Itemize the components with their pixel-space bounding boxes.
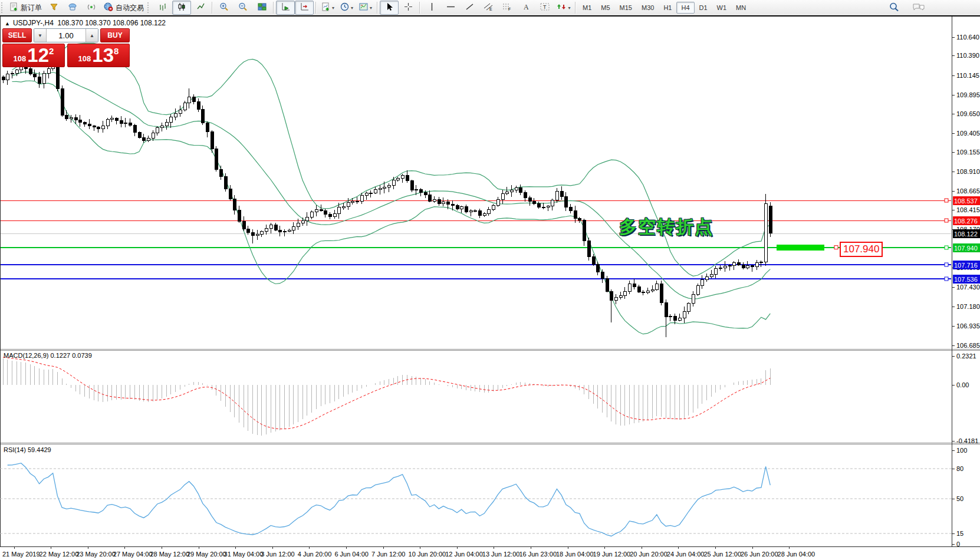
bid-price-big: 12 — [27, 45, 49, 66]
svg-text:10 Jun 20:00: 10 Jun 20:00 — [409, 551, 446, 558]
svg-text:106.685: 106.685 — [956, 342, 980, 349]
ask-price-button[interactable]: 108 13 8 — [67, 44, 130, 67]
line-chart-icon — [196, 2, 205, 13]
tab-timeframe-d1[interactable]: D1 — [695, 2, 712, 14]
templates-dropdown-arrow[interactable]: ▾ — [370, 5, 372, 11]
tab-timeframe-mn[interactable]: MN — [731, 2, 751, 14]
sell-button[interactable]: SELL — [2, 28, 32, 42]
bar-chart-button[interactable] — [153, 1, 172, 15]
svg-text:0.00: 0.00 — [956, 381, 969, 388]
chart-symbol-title: USDJPY-,H4 — [13, 19, 54, 27]
tab-timeframe-h4[interactable]: H4 — [676, 2, 694, 14]
crosshair-button[interactable] — [399, 1, 417, 15]
funnel-icon — [50, 2, 58, 13]
tab-timeframe-m30[interactable]: M30 — [637, 2, 659, 14]
svg-text:3 Jun 12:00: 3 Jun 12:00 — [261, 551, 295, 558]
collapse-panel-icon[interactable]: ▲ — [5, 21, 10, 27]
signals-button[interactable] — [82, 1, 101, 15]
indicators-icon — [321, 2, 330, 13]
trendline-icon — [465, 2, 474, 13]
market-watch-button[interactable] — [44, 1, 63, 15]
svg-text:0.2321: 0.2321 — [956, 353, 976, 360]
cursor-button[interactable] — [380, 1, 399, 15]
time-axis[interactable]: 21 May 201922 May 12:0023 May 20:0027 Ma… — [2, 546, 815, 558]
tab-timeframe-m1[interactable]: M1 — [578, 2, 596, 14]
new-order-button[interactable]: 新订单 — [7, 1, 44, 15]
toolbar-grip — [147, 2, 151, 13]
tile-windows-button[interactable] — [252, 1, 271, 15]
horizontal-line-icon — [446, 2, 455, 13]
horizontal-line-button[interactable] — [441, 1, 460, 15]
chart-annotation-text[interactable]: 多空转折点 — [619, 215, 713, 239]
svg-text:80: 80 — [956, 465, 963, 472]
chart-shift-button[interactable] — [295, 1, 314, 15]
svg-text:E: E — [489, 7, 492, 11]
channel-button[interactable]: E — [479, 1, 498, 15]
periods-button[interactable]: ▾ — [337, 1, 356, 15]
new-order-icon — [9, 2, 18, 13]
volume-decrease-button[interactable]: ▼ — [34, 29, 47, 42]
text-button[interactable]: A — [517, 1, 535, 15]
svg-text:0: 0 — [956, 541, 960, 548]
toolbar-grip — [1, 2, 5, 13]
arrows-icon — [557, 2, 566, 13]
svg-text:26 Jun 20:00: 26 Jun 20:00 — [741, 551, 778, 558]
bid-price-head: 108 — [14, 54, 27, 63]
line-chart-button[interactable] — [191, 1, 210, 15]
search-button[interactable] — [884, 1, 903, 15]
vertical-line-icon — [428, 2, 436, 13]
chat-button[interactable] — [909, 1, 928, 15]
candlestick-button[interactable] — [172, 1, 191, 15]
zoom-in-button[interactable] — [215, 1, 234, 15]
arrows-dropdown-arrow[interactable]: ▾ — [568, 5, 570, 11]
terminal-button[interactable] — [63, 1, 82, 15]
zoom-out-icon — [238, 2, 248, 13]
toolbar-separator — [419, 2, 420, 14]
ask-price-sup: 8 — [114, 46, 119, 56]
templates-icon — [359, 2, 368, 13]
toolbar-separator — [377, 2, 378, 14]
zoom-out-button[interactable] — [234, 1, 252, 15]
autotrade-button[interactable]: 自动交易 — [101, 1, 146, 15]
vertical-line-button[interactable] — [422, 1, 441, 15]
svg-text:15: 15 — [956, 530, 963, 537]
arrows-button[interactable]: ▾ — [554, 1, 573, 15]
buy-button[interactable]: BUY — [100, 28, 130, 42]
text-icon: A — [522, 2, 530, 13]
price-line-badge-108276: 108.276 — [953, 216, 980, 225]
chart-canvas[interactable]: 110.640110.390110.145109.895109.650109.4… — [0, 17, 980, 560]
svg-text:21 May 2019: 21 May 2019 — [2, 551, 40, 558]
svg-text:A: A — [524, 3, 529, 11]
svg-text:110.390: 110.390 — [956, 52, 979, 59]
chart-window[interactable]: 110.640110.390110.145109.895109.650109.4… — [0, 15, 980, 560]
price-axis[interactable]: 110.640110.390110.145109.895109.650109.4… — [952, 34, 980, 349]
tab-timeframe-w1[interactable]: W1 — [712, 2, 732, 14]
volume-increase-button[interactable]: ▲ — [85, 29, 98, 42]
svg-text:110.640: 110.640 — [956, 34, 979, 41]
periods-icon — [340, 2, 349, 13]
price-line-badge-107536: 107.536 — [953, 275, 980, 284]
volume-value[interactable]: 1.00 — [47, 29, 85, 42]
svg-text:106.935: 106.935 — [956, 322, 980, 330]
bid-price-button[interactable]: 108 12 2 — [2, 44, 65, 67]
templates-button[interactable]: ▾ — [356, 1, 375, 15]
tab-timeframe-h1[interactable]: H1 — [659, 2, 676, 14]
text-label-button[interactable]: T — [535, 1, 554, 15]
autotrade-label: 自动交易 — [116, 3, 144, 13]
svg-text:12 Jun 04:00: 12 Jun 04:00 — [445, 551, 483, 558]
rsi-indicator-label: RSI(14) 59.4429 — [4, 446, 51, 453]
trendline-button[interactable] — [460, 1, 479, 15]
green-highlight-box[interactable] — [777, 245, 824, 251]
auto-scroll-button[interactable] — [276, 1, 295, 15]
svg-text:25 Jun 12:00: 25 Jun 12:00 — [703, 551, 741, 558]
periods-dropdown-arrow[interactable]: ▾ — [351, 5, 353, 11]
fibonacci-button[interactable]: F — [498, 1, 517, 15]
price-line-badge-107940: 107.940 — [953, 243, 980, 252]
search-icon — [889, 2, 899, 14]
indicators-button[interactable]: ▾ — [318, 1, 337, 15]
tab-timeframe-m15[interactable]: M15 — [615, 2, 637, 14]
price-callout-label[interactable]: 107.940 — [840, 242, 883, 257]
indicators-dropdown-arrow[interactable]: ▾ — [332, 5, 334, 11]
tab-timeframe-m5[interactable]: M5 — [596, 2, 614, 14]
svg-text:107.430: 107.430 — [956, 284, 980, 291]
